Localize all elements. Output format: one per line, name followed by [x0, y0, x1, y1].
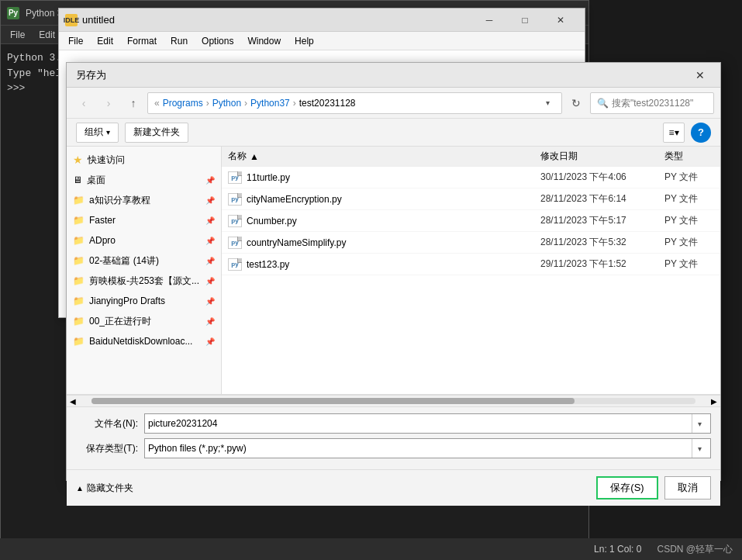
col-name-header[interactable]: 名称 ▲: [222, 150, 534, 163]
help-btn[interactable]: ?: [691, 123, 711, 143]
scrollbar-thumb[interactable]: [91, 398, 575, 404]
ln-col-status: Ln: 1 Col: 0: [594, 544, 641, 555]
footer-buttons: 保存(S) 取消: [596, 476, 711, 500]
cancel-button[interactable]: 取消: [664, 476, 711, 500]
idle-icon: IDLE: [65, 14, 78, 26]
py-file-icon: py: [228, 237, 242, 249]
status-bar: Ln: 1 Col: 0 CSDN @轻草一心: [0, 538, 742, 560]
python-shell-menu-file[interactable]: File: [4, 28, 31, 42]
breadcrumb-current: test20231128: [299, 98, 356, 109]
dialog-titlebar: 另存为 ✕: [67, 63, 720, 88]
filename-input[interactable]: [148, 418, 692, 429]
hide-folders-icon: ▲: [76, 484, 84, 493]
sidebar-item-knowledge[interactable]: 📁 a知识分享教程 📌: [67, 190, 221, 210]
idle-menu-edit[interactable]: Edit: [91, 34, 119, 48]
py-file-icon: py: [228, 215, 242, 227]
idle-window-title: untitled: [82, 14, 467, 26]
horizontal-scrollbar[interactable]: ◀ ▶: [67, 395, 720, 407]
left-panel: ★ 快速访问 🖥 桌面 📌 📁 a知识分享教程 📌 📁 Faster 📌 📁 A…: [67, 147, 222, 394]
nav-up-btn[interactable]: ↑: [123, 92, 144, 114]
pin-icon: 📌: [205, 196, 215, 205]
file-row[interactable]: py test123.py 29/11/2023 下午1:52 PY 文件: [222, 254, 720, 275]
idle-close-btn[interactable]: ✕: [543, 9, 578, 32]
pin-icon: 📌: [205, 176, 215, 185]
file-row[interactable]: py cityNameEncryption.py 28/11/2023 下午6:…: [222, 188, 720, 210]
folder-icon: 📁: [73, 215, 85, 226]
hide-folders-toggle[interactable]: ▲ 隐藏文件夹: [76, 482, 133, 495]
filetype-dropdown-btn[interactable]: ▾: [692, 439, 707, 458]
py-file-icon: py: [228, 171, 242, 184]
idle-menu-run[interactable]: Run: [164, 34, 194, 48]
py-file-icon: py: [228, 258, 242, 271]
pin-icon: 📌: [205, 297, 215, 306]
folder-icon: 📁: [73, 235, 85, 246]
filename-combo: ▾: [144, 413, 711, 434]
status-csdn-label: CSDN @轻草一心: [657, 543, 733, 556]
idle-menu-format[interactable]: Format: [121, 34, 163, 48]
search-input[interactable]: [612, 98, 728, 109]
sidebar-item-jianyingpro[interactable]: 📁 JianyingPro Drafts 📌: [67, 291, 221, 311]
sidebar-item-faster[interactable]: 📁 Faster 📌: [67, 210, 221, 230]
filename-row: 文件名(N): ▾: [76, 413, 711, 434]
pin-icon: 📌: [205, 337, 215, 346]
dialog-body: ★ 快速访问 🖥 桌面 📌 📁 a知识分享教程 📌 📁 Faster 📌 📁 A…: [67, 147, 720, 395]
idle-menu-help[interactable]: Help: [288, 34, 320, 48]
nav-forward-btn[interactable]: ›: [98, 92, 119, 114]
idle-menu-window[interactable]: Window: [241, 34, 287, 48]
python-shell-menu-edit[interactable]: Edit: [33, 28, 61, 42]
idle-menu-file[interactable]: File: [62, 34, 89, 48]
filename-dropdown-btn[interactable]: ▾: [692, 414, 707, 433]
sidebar-item-jianying-templates[interactable]: 📁 剪映模板-共253套【源文... 📌: [67, 271, 221, 291]
pin-icon: 📌: [205, 317, 215, 326]
refresh-btn[interactable]: ↻: [565, 92, 587, 114]
view-btn[interactable]: ≡ ▾: [663, 123, 685, 143]
nav-back-btn[interactable]: ‹: [73, 92, 95, 114]
idle-menubar: File Edit Format Run Options Window Help: [59, 32, 585, 50]
dialog-toolbar: 组织 ▾ 新建文件夹 ≡ ▾ ?: [67, 119, 720, 147]
file-row[interactable]: py Cnumber.py 28/11/2023 下午5:17 PY 文件: [222, 210, 720, 232]
sidebar-item-basics[interactable]: 📁 02-基础篇 (14讲) 📌: [67, 251, 221, 271]
idle-maximize-btn[interactable]: □: [507, 9, 543, 32]
col-type-header[interactable]: 类型: [658, 150, 720, 163]
dialog-footer: ▲ 隐藏文件夹 保存(S) 取消: [67, 469, 720, 506]
file-row[interactable]: py 11turtle.py 30/11/2023 下午4:06 PY 文件: [222, 167, 720, 188]
folder-icon: 📁: [73, 316, 85, 327]
folder-icon: 📁: [73, 336, 85, 347]
idle-minimize-btn[interactable]: ─: [471, 9, 507, 32]
pin-icon: 📌: [205, 257, 215, 265]
file-row[interactable]: py countryNameSimplify.py 28/11/2023 下午5…: [222, 232, 720, 254]
organize-dropdown-icon: ▾: [106, 128, 110, 137]
scrollbar-track[interactable]: [91, 398, 695, 404]
folder-icon: 📁: [73, 296, 85, 306]
sidebar-item-ongoing[interactable]: 📁 00_正在进行时 📌: [67, 311, 221, 331]
breadcrumb-dropdown-btn[interactable]: ▾: [540, 94, 555, 112]
scroll-left-btn[interactable]: ◀: [67, 395, 79, 407]
idle-menu-options[interactable]: Options: [195, 34, 240, 48]
filename-label: 文件名(N):: [76, 417, 138, 430]
filetype-combo: ▾: [144, 438, 711, 458]
filetype-input[interactable]: [148, 443, 692, 454]
pin-icon: 📌: [205, 277, 215, 285]
dialog-close-btn[interactable]: ✕: [689, 64, 711, 86]
dialog-nav: ‹ › ↑ « Programs › Python › Python37 › t…: [67, 88, 720, 119]
breadcrumb-python[interactable]: Python: [212, 98, 241, 109]
folder-icon: 📁: [73, 255, 85, 266]
save-button[interactable]: 保存(S): [596, 476, 658, 500]
breadcrumb-python37[interactable]: Python37: [250, 98, 290, 109]
new-folder-btn[interactable]: 新建文件夹: [125, 123, 188, 143]
pin-icon: 📌: [205, 237, 215, 245]
pin-icon: 📌: [205, 216, 215, 225]
right-panel: 名称 ▲ 修改日期 类型 py 11turtle.py 30/11/2023 下…: [222, 147, 720, 394]
breadcrumb-programs[interactable]: Programs: [163, 98, 203, 109]
scroll-right-btn[interactable]: ▶: [708, 395, 720, 407]
dialog-title: 另存为: [76, 68, 689, 82]
sidebar-item-adpro[interactable]: 📁 ADpro 📌: [67, 230, 221, 251]
view-icon: ≡: [668, 127, 674, 138]
col-date-header[interactable]: 修改日期: [534, 150, 658, 163]
dialog-form: 文件名(N): ▾ 保存类型(T): ▾: [67, 407, 720, 469]
sidebar-item-desktop[interactable]: 🖥 桌面 📌: [67, 170, 221, 190]
sort-icon: ▲: [250, 151, 259, 162]
sidebar-item-baidu[interactable]: 📁 BaiduNetdiskDownloac... 📌: [67, 331, 221, 351]
filetype-label: 保存类型(T):: [76, 442, 138, 455]
organize-btn[interactable]: 组织 ▾: [76, 123, 119, 143]
